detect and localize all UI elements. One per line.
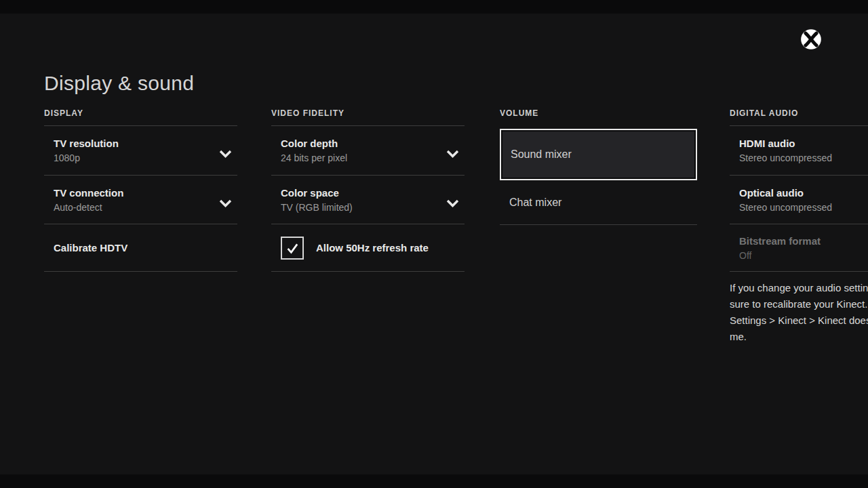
setting-value: Stereo uncompressed (739, 152, 832, 165)
setting-tv-connection[interactable]: TV connection Auto-detect (44, 176, 237, 224)
setting-color-space[interactable]: Color space TV (RGB limited) (271, 176, 465, 224)
section-volume: VOLUME Sound mixer Chat mixer (500, 108, 697, 225)
setting-bitstream-format: Bitstream format Off (730, 224, 868, 272)
section-header-volume: VOLUME (500, 108, 697, 126)
chevron-down-icon (446, 150, 459, 158)
setting-sound-mixer-focused[interactable]: Sound mixer (500, 129, 697, 180)
xbox-logo-icon (799, 27, 823, 52)
section-digital-audio: DIGITAL AUDIO HDMI audio Stereo uncompre… (730, 108, 868, 345)
chevron-down-icon (219, 199, 232, 207)
setting-chat-mixer[interactable]: Chat mixer (500, 180, 697, 225)
chevron-down-icon (446, 199, 459, 207)
checkbox-checked[interactable] (281, 237, 304, 260)
setting-label: Calibrate HDTV (54, 241, 127, 255)
page-title: Display & sound (44, 72, 194, 95)
setting-value: 24 bits per pixel (281, 152, 347, 165)
section-header-digital-audio: DIGITAL AUDIO (730, 108, 868, 126)
section-header-video-fidelity: VIDEO FIDELITY (271, 108, 465, 126)
setting-calibrate-hdtv[interactable]: Calibrate HDTV (44, 224, 237, 272)
setting-value: Off (739, 249, 821, 262)
setting-label: Color space (281, 186, 353, 200)
section-display: DISPLAY TV resolution 1080p TV connectio… (44, 108, 237, 272)
display-and-sound-screen: Display & sound DISPLAY TV resolution 10… (0, 0, 868, 488)
content-area: Display & sound DISPLAY TV resolution 10… (0, 14, 868, 474)
setting-optical-audio[interactable]: Optical audio Stereo uncompressed (730, 176, 868, 224)
setting-label: Sound mixer (511, 148, 572, 161)
setting-label: HDMI audio (739, 136, 832, 150)
setting-hdmi-audio[interactable]: HDMI audio Stereo uncompressed (730, 126, 868, 176)
setting-label: Color depth (281, 136, 347, 150)
setting-label: Chat mixer (509, 197, 561, 209)
setting-value: Auto-detect (54, 201, 123, 214)
section-header-display: DISPLAY (44, 108, 237, 126)
section-video-fidelity: VIDEO FIDELITY Color depth 24 bits per p… (271, 108, 465, 272)
setting-color-depth[interactable]: Color depth 24 bits per pixel (271, 126, 465, 176)
chevron-down-icon (219, 150, 232, 158)
setting-allow-50hz-refresh-rate[interactable]: Allow 50Hz refresh rate (271, 224, 465, 272)
setting-tv-resolution[interactable]: TV resolution 1080p (44, 126, 237, 176)
checkmark-icon (284, 240, 300, 256)
setting-label: Bitstream format (739, 234, 821, 248)
setting-value: TV (RGB limited) (281, 201, 353, 214)
checkbox-label: Allow 50Hz refresh rate (316, 242, 429, 253)
setting-value: 1080p (54, 152, 119, 165)
kinect-recalibrate-note: If you change your audio settings, be su… (730, 280, 868, 345)
setting-value: Stereo uncompressed (739, 201, 832, 214)
setting-label: TV resolution (54, 136, 119, 150)
setting-label: Optical audio (739, 186, 832, 200)
setting-label: TV connection (54, 186, 123, 200)
